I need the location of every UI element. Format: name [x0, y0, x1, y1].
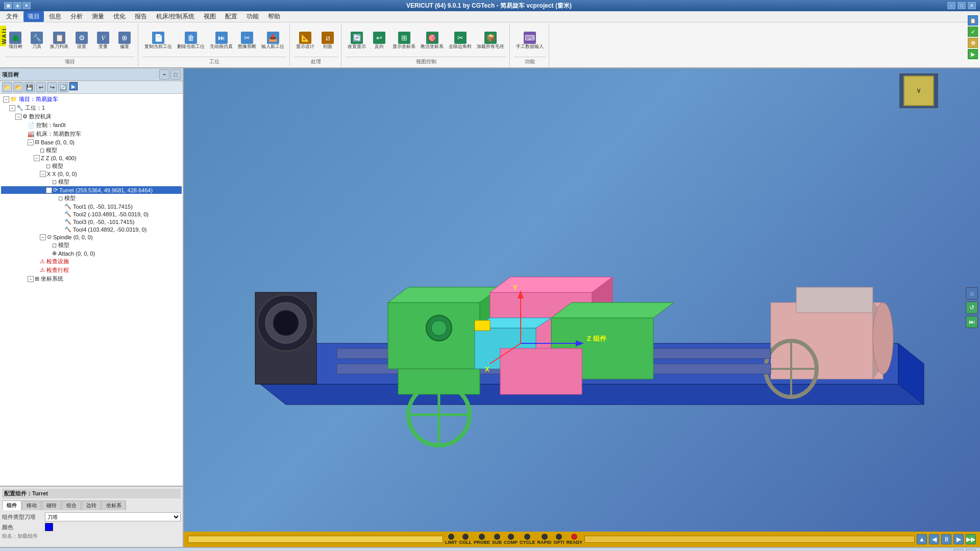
vp-refresh-button[interactable]: ↺ — [966, 302, 978, 314]
config-select-type[interactable]: 刀塔 — [45, 512, 181, 521]
log-icon1[interactable]: 📋 — [968, 15, 978, 26]
config-tab-coord[interactable]: 坐标系 — [102, 500, 126, 510]
menu-file[interactable]: 文件 — [2, 11, 22, 22]
sim-indicator-ready[interactable]: READY — [567, 534, 583, 545]
expand-spindle[interactable]: − — [40, 234, 46, 240]
expand-cnc[interactable]: − — [15, 114, 21, 120]
tree-tool-open[interactable]: 📂 — [13, 82, 23, 92]
tree-node-check2[interactable]: ⚠ 检查行程 — [1, 266, 182, 274]
menu-project[interactable]: 项目 — [23, 11, 44, 22]
viewport[interactable]: Z 组件 Y X ⌂ ↺ ⏭ V — [184, 68, 980, 547]
expand-project[interactable]: − — [3, 96, 9, 103]
ribbon-btn-show-design[interactable]: 📐 显示设计 — [294, 31, 316, 51]
tree-tool-redo[interactable]: ↪ — [47, 82, 57, 92]
ribbon-btn-offset[interactable]: ⊕ 偏置 — [114, 31, 135, 51]
sim-indicator-probe[interactable]: PROBE — [474, 534, 490, 545]
tree-node-project[interactable]: − 📁 项目：简易旋车 — [1, 95, 182, 104]
tree-node-tool2[interactable]: 🔨 Tool2 (-103.4891, -50.0319, 0) — [1, 210, 182, 218]
tree-node-model5[interactable]: ◻ 模型 — [1, 241, 182, 249]
menu-machine[interactable]: 机床/控制系统 — [152, 11, 199, 22]
tree-node-machine[interactable]: 🏭 机床：简易数控车 — [1, 130, 182, 138]
sim-indicator-comp[interactable]: COMP — [504, 534, 518, 545]
ribbon-btn-section[interactable]: ⧄ 剖面 — [317, 31, 338, 51]
tree-tool-new[interactable]: 📁 — [2, 82, 12, 92]
ribbon-btn-settings[interactable]: ⚙ 设置 — [71, 31, 92, 51]
tree-node-z[interactable]: − Z Z (0, 0, 400) — [1, 155, 182, 162]
sim-ctrl-up[interactable]: ▲ — [917, 534, 927, 544]
config-tab-edge[interactable]: 边转 — [82, 500, 101, 510]
ribbon-btn-reset-display[interactable]: 🔄 改置显示 — [346, 31, 368, 51]
tree-node-spindle[interactable]: − ⊙ Spindle (0, 0, 0) — [1, 233, 182, 241]
tree-node-tool4[interactable]: 🔨 Tool4 (103.4892, -50.0319, 0) — [1, 226, 182, 233]
log-icon3[interactable]: ⚙ — [968, 38, 978, 48]
menu-optimize[interactable]: 优化 — [109, 11, 130, 22]
vp-next-button[interactable]: ⏭ — [966, 316, 978, 328]
titlebar-icon3[interactable]: ✦ — [22, 2, 31, 9]
log-minimize-button[interactable]: − — [953, 549, 964, 551]
tree-minimize-button[interactable]: − — [159, 69, 169, 80]
menu-view[interactable]: 视图 — [200, 11, 220, 22]
vp-home-button[interactable]: ⌂ — [966, 287, 978, 299]
menu-report[interactable]: 报告 — [131, 11, 151, 22]
ribbon-btn-variable[interactable]: 𝑉 变量 — [93, 31, 113, 51]
minimize-button[interactable]: − — [947, 2, 955, 9]
titlebar-icon2[interactable]: ◈ — [13, 2, 21, 9]
tree-tool-play[interactable]: ▶ — [69, 82, 78, 90]
sim-indicator-opti[interactable]: OPTI — [554, 534, 565, 545]
menu-info[interactable]: 信息 — [45, 11, 65, 22]
config-tab-move[interactable]: 移动 — [22, 500, 41, 510]
ribbon-btn-reverse[interactable]: ↩ 反向 — [369, 31, 389, 51]
config-tab-combine[interactable]: 组合 — [62, 500, 81, 510]
tree-node-model1[interactable]: ◻ 模型 — [1, 146, 182, 155]
tree-node-tool3[interactable]: 🔨 Tool3 (0, -50, -101.7415) — [1, 218, 182, 226]
expand-x[interactable]: − — [40, 171, 46, 177]
tree-node-x[interactable]: − X X (0, 0, 0) — [1, 170, 182, 178]
expand-z[interactable]: − — [34, 155, 40, 161]
ribbon-btn-tool-list[interactable]: 📋 换刀列表 — [48, 31, 70, 51]
titlebar-icon[interactable]: ▣ — [4, 2, 12, 9]
tree-node-control[interactable]: 📄 控制：fan0t — [1, 121, 182, 130]
color-swatch[interactable] — [45, 523, 53, 531]
sim-ctrl-play[interactable]: ▶ — [953, 534, 964, 544]
ribbon-btn-import-pos[interactable]: 📥 输入新工位 — [259, 31, 286, 51]
ribbon-btn-remove-edge[interactable]: ✂ 去除边角料 — [447, 31, 474, 51]
menu-function[interactable]: 功能 — [242, 11, 263, 22]
log-expand-button[interactable]: □ — [966, 549, 976, 551]
tree-node-check1[interactable]: ⚠ 检查设施 — [1, 257, 182, 266]
menu-config[interactable]: 配置 — [221, 11, 241, 22]
sim-indicator-rapid[interactable]: RAPID — [537, 534, 552, 545]
sim-indicator-sub[interactable]: SUB — [492, 534, 502, 545]
log-icon4[interactable]: ▶ — [968, 49, 978, 59]
tree-tool-refresh[interactable]: 🔄 — [58, 82, 68, 92]
close-button[interactable]: ✕ — [968, 2, 976, 9]
tree-node-model4[interactable]: ◻ 模型 — [1, 194, 182, 203]
sim-progress-right[interactable] — [584, 536, 915, 543]
tree-node-coord[interactable]: − ⊞ 坐标系统 — [1, 274, 182, 283]
maximize-button[interactable]: □ — [958, 2, 966, 9]
tree-tool-save[interactable]: 💾 — [24, 82, 35, 92]
menu-help[interactable]: 帮助 — [264, 11, 284, 22]
menu-measure[interactable]: 测量 — [88, 11, 108, 22]
expand-turret[interactable]: − — [46, 187, 52, 193]
ribbon-btn-img-cut[interactable]: ✂ 图像剪断 — [236, 31, 258, 51]
sim-indicator-limit[interactable]: LIMIT — [445, 534, 457, 545]
sim-ctrl-prev[interactable]: ◀ — [929, 534, 939, 544]
tree-node-model3[interactable]: ◻ 模型 — [1, 178, 182, 186]
tree-node-workpos[interactable]: − 🔧 工位：1 — [1, 104, 182, 112]
ribbon-btn-project-tree[interactable]: 🌲 项目树 — [5, 31, 26, 51]
tree-tool-undo[interactable]: ↩ — [36, 82, 46, 92]
ribbon-btn-activate-coord[interactable]: 🎯 教活坐标系 — [419, 31, 446, 51]
tree-node-tool1[interactable]: 🔨 Tool1 (0, -50, 101.7415) — [1, 203, 182, 210]
tree-maximize-button[interactable]: □ — [170, 69, 181, 80]
tree-node-attach[interactable]: ⊕ Attach (0, 0, 0) — [1, 249, 182, 257]
ribbon-btn-mdi[interactable]: ⌨ 手工数据输入 — [514, 31, 546, 51]
tree-node-turret[interactable]: − ⟳ Turret (259.5364, 49.9681, 428.6464) — [1, 186, 182, 194]
expand-coord[interactable]: − — [28, 276, 34, 282]
expand-workpos[interactable]: − — [9, 105, 15, 111]
menu-analysis[interactable]: 分析 — [66, 11, 87, 22]
ribbon-btn-load-stock[interactable]: 📦 加载所有毛坯 — [475, 31, 506, 51]
ribbon-btn-tool[interactable]: 🔧 刀具 — [27, 31, 47, 51]
tree-node-cnc[interactable]: − ⚙ 数控机床 — [1, 112, 182, 121]
sim-ctrl-pause[interactable]: ⏸ — [941, 534, 951, 544]
ribbon-btn-del-pos[interactable]: 🗑 删除当前工位 — [175, 31, 207, 51]
